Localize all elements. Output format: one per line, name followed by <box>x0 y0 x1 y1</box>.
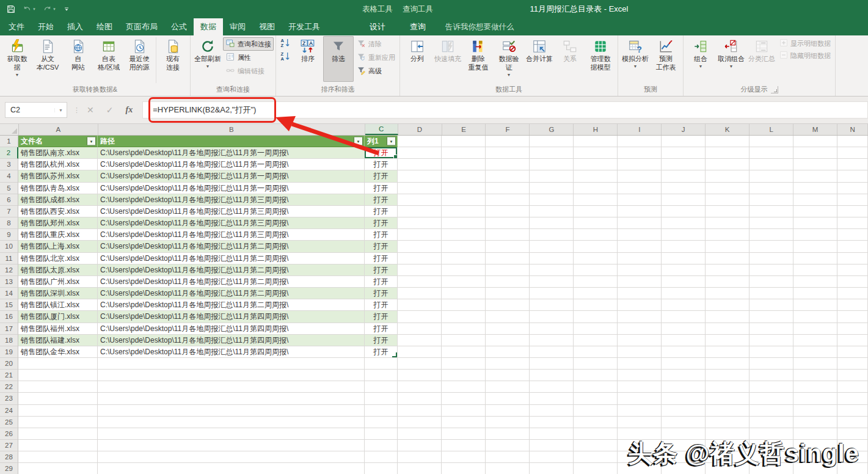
cell-K17[interactable] <box>706 323 749 335</box>
cell-M23[interactable] <box>793 393 837 404</box>
cell-A15[interactable]: 销售团队镇江.xlsx <box>18 299 98 311</box>
cell-F3[interactable] <box>486 159 530 170</box>
cell-K15[interactable] <box>706 299 749 311</box>
tab-query[interactable]: 查询 <box>399 18 437 35</box>
cell-D6[interactable] <box>398 194 442 206</box>
cell-E21[interactable] <box>442 370 486 381</box>
cell-I6[interactable] <box>618 194 662 206</box>
cell-E16[interactable] <box>442 311 486 323</box>
column-header-H[interactable]: H <box>574 124 618 135</box>
cell-A20[interactable] <box>18 358 98 370</box>
cell-J18[interactable] <box>662 335 706 346</box>
cell-J9[interactable] <box>662 229 706 241</box>
fill-handle[interactable] <box>393 155 398 159</box>
cell-K10[interactable] <box>706 241 749 252</box>
cell-K22[interactable] <box>706 381 749 393</box>
cell-M11[interactable] <box>793 253 837 264</box>
column-header-J[interactable]: J <box>662 124 706 135</box>
cell-L15[interactable] <box>749 299 793 311</box>
cell-J2[interactable] <box>662 147 706 159</box>
cell-E24[interactable] <box>442 405 486 417</box>
tab-数据[interactable]: 数据 <box>194 18 223 35</box>
hyperlink-cell-C3[interactable]: 打开 <box>365 159 398 170</box>
row-header-15[interactable]: 15 <box>0 299 18 311</box>
cell-D24[interactable] <box>398 405 442 417</box>
cell-M18[interactable] <box>793 335 837 346</box>
cell-D25[interactable] <box>398 417 442 428</box>
cell-D28[interactable] <box>398 451 442 463</box>
row-header-4[interactable]: 4 <box>0 170 18 182</box>
cell-H12[interactable] <box>574 264 618 276</box>
filter-dropdown-路径[interactable]: ▼ <box>354 137 363 146</box>
cell-K23[interactable] <box>706 393 749 404</box>
cell-J12[interactable] <box>662 264 706 276</box>
cell-E27[interactable] <box>442 440 486 451</box>
ribbon-button-sort-descending[interactable]: ZA <box>278 51 293 64</box>
cell-G26[interactable] <box>530 428 574 440</box>
cell-E20[interactable] <box>442 358 486 370</box>
cell-M13[interactable] <box>793 276 837 288</box>
cell-A8[interactable]: 销售团队郑州.xlsx <box>18 217 98 229</box>
cell-A17[interactable]: 销售团队福州.xlsx <box>18 323 98 335</box>
cell-J4[interactable] <box>662 170 706 182</box>
row-header-17[interactable]: 17 <box>0 323 18 335</box>
cell-F26[interactable] <box>486 428 530 440</box>
cell-G16[interactable] <box>530 311 574 323</box>
cell-A12[interactable]: 销售团队太原.xlsx <box>18 264 98 276</box>
cell-J7[interactable] <box>662 206 706 217</box>
cell-F13[interactable] <box>486 276 530 288</box>
cell-N15[interactable] <box>837 299 868 311</box>
cell-G20[interactable] <box>530 358 574 370</box>
tab-design[interactable]: 设计 <box>357 18 398 35</box>
row-header-3[interactable]: 3 <box>0 159 18 170</box>
cell-D16[interactable] <box>398 311 442 323</box>
cell-D13[interactable] <box>398 276 442 288</box>
cell-M5[interactable] <box>793 183 837 194</box>
cell-B10[interactable]: C:\Users\pde\Desktop\11月各地周报汇总\11月第二周周报\ <box>98 241 365 252</box>
cell-B6[interactable]: C:\Users\pde\Desktop\11月各地周报汇总\11月第三周周报\ <box>98 194 365 206</box>
cell-C22[interactable] <box>365 381 398 393</box>
cell-M21[interactable] <box>793 370 837 381</box>
column-header-M[interactable]: M <box>793 124 837 135</box>
cell-E22[interactable] <box>442 381 486 393</box>
row-header-16[interactable]: 16 <box>0 311 18 323</box>
cell-I21[interactable] <box>618 370 662 381</box>
cell-L13[interactable] <box>749 276 793 288</box>
cell-B16[interactable]: C:\Users\pde\Desktop\11月各地周报汇总\11月第四周周报\ <box>98 311 365 323</box>
cell-K25[interactable] <box>706 417 749 428</box>
cell-A27[interactable] <box>18 440 98 451</box>
cell-D14[interactable] <box>398 288 442 299</box>
cell-J14[interactable] <box>662 288 706 299</box>
hyperlink-cell-C18[interactable]: 打开 <box>365 335 398 346</box>
cell-I4[interactable] <box>618 170 662 182</box>
cell-M14[interactable] <box>793 288 837 299</box>
cell-H21[interactable] <box>574 370 618 381</box>
formula-input[interactable]: =HYPERLINK(B2&A2,"打开") <box>142 101 868 119</box>
cell-B4[interactable]: C:\Users\pde\Desktop\11月各地周报汇总\11月第一周周报\ <box>98 170 365 182</box>
cell-F20[interactable] <box>486 358 530 370</box>
column-header-B[interactable]: B <box>98 124 365 135</box>
cell-N3[interactable] <box>837 159 868 170</box>
ribbon-button-分列[interactable]: 分列 <box>402 36 432 82</box>
cell-F8[interactable] <box>486 217 530 229</box>
cell-D29[interactable] <box>398 463 442 474</box>
cell-E29[interactable] <box>442 463 486 474</box>
row-header-29[interactable]: 29 <box>0 463 18 474</box>
tab-插入[interactable]: 插入 <box>60 18 90 35</box>
column-header-C[interactable]: C <box>365 124 398 135</box>
cell-G11[interactable] <box>530 253 574 264</box>
cell-M24[interactable] <box>793 405 837 417</box>
cell-H13[interactable] <box>574 276 618 288</box>
cell-A16[interactable]: 销售团队厦门.xlsx <box>18 311 98 323</box>
cell-L4[interactable] <box>749 170 793 182</box>
cell-A24[interactable] <box>18 405 98 417</box>
hyperlink-cell-C9[interactable]: 打开 <box>365 229 398 241</box>
cell-H5[interactable] <box>574 183 618 194</box>
hyperlink-cell-C16[interactable]: 打开 <box>365 311 398 323</box>
tell-me-box[interactable]: 告诉我你想要做什么 <box>441 18 514 35</box>
cell-N13[interactable] <box>837 276 868 288</box>
cell-N11[interactable] <box>837 253 868 264</box>
cell-B17[interactable]: C:\Users\pde\Desktop\11月各地周报汇总\11月第四周周报\ <box>98 323 365 335</box>
cell-J19[interactable] <box>662 346 706 358</box>
cell-G21[interactable] <box>530 370 574 381</box>
